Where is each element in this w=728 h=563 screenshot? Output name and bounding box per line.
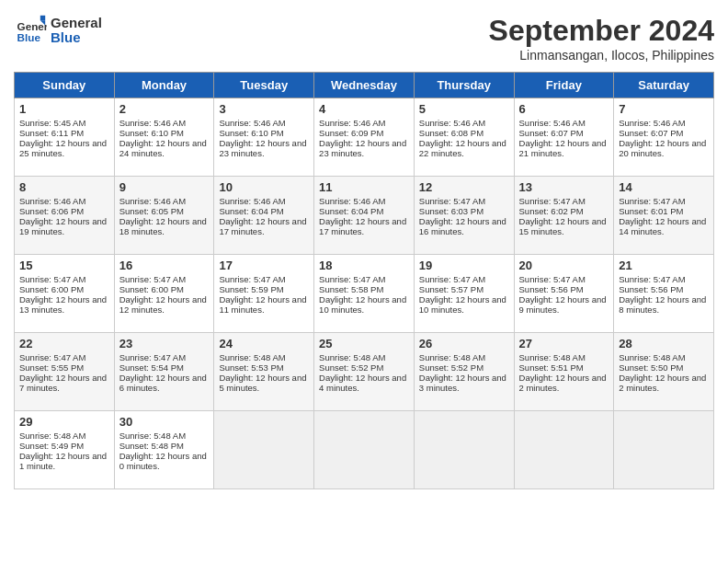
day-number: 26 [419,337,509,350]
col-friday: Friday [514,73,614,98]
day-number: 10 [219,180,309,194]
calendar-week-5: 29Sunrise: 5:48 AMSunset: 5:49 PMDayligh… [15,411,714,489]
sunset-text: Sunset: 5:56 PM [619,284,683,294]
daylight-text: Daylight: 12 hours and 24 minutes. [119,138,207,158]
sunrise-text: Sunrise: 5:46 AM [219,196,285,206]
daylight-text: Daylight: 12 hours and 6 minutes. [119,373,207,393]
sunrise-text: Sunrise: 5:47 AM [219,274,285,284]
sunset-text: Sunset: 6:11 PM [19,128,84,138]
sunrise-text: Sunrise: 5:45 AM [19,118,85,128]
day-number: 7 [619,102,709,116]
calendar-cell: 21Sunrise: 5:47 AMSunset: 5:56 PMDayligh… [614,255,714,333]
sunset-text: Sunset: 5:57 PM [419,284,483,294]
calendar-cell: 2Sunrise: 5:46 AMSunset: 6:10 PMDaylight… [114,98,214,177]
calendar-cell: 6Sunrise: 5:46 AMSunset: 6:07 PMDaylight… [514,98,614,177]
calendar-cell: 29Sunrise: 5:48 AMSunset: 5:49 PMDayligh… [15,411,115,489]
sunset-text: Sunset: 6:05 PM [119,206,184,216]
calendar-cell: 23Sunrise: 5:47 AMSunset: 5:54 PMDayligh… [114,333,214,411]
daylight-text: Daylight: 12 hours and 16 minutes. [419,216,506,236]
daylight-text: Daylight: 12 hours and 25 minutes. [19,138,107,158]
calendar-cell: 24Sunrise: 5:48 AMSunset: 5:53 PMDayligh… [214,333,314,411]
daylight-text: Daylight: 12 hours and 0 minutes. [119,451,207,471]
day-number: 12 [419,180,509,194]
sunset-text: Sunset: 5:56 PM [519,284,584,294]
daylight-text: Daylight: 12 hours and 22 minutes. [419,138,506,158]
header-row: Sunday Monday Tuesday Wednesday Thursday… [15,73,714,98]
daylight-text: Daylight: 12 hours and 2 minutes. [619,373,706,393]
daylight-text: Daylight: 12 hours and 14 minutes. [619,216,706,236]
logo-icon: General Blue [14,14,47,47]
sunrise-text: Sunrise: 5:47 AM [619,196,685,206]
sunrise-text: Sunrise: 5:47 AM [119,274,186,284]
day-number: 21 [619,259,709,272]
sunset-text: Sunset: 5:52 PM [419,362,483,373]
daylight-text: Daylight: 12 hours and 5 minutes. [219,373,306,393]
sunrise-text: Sunrise: 5:46 AM [519,118,586,128]
sunrise-text: Sunrise: 5:48 AM [319,352,385,362]
col-saturday: Saturday [614,73,714,98]
daylight-text: Daylight: 12 hours and 17 minutes. [219,216,306,236]
day-number: 17 [219,259,309,272]
day-number: 2 [119,102,210,116]
day-number: 16 [119,259,210,272]
sunrise-text: Sunrise: 5:46 AM [319,118,385,128]
daylight-text: Daylight: 12 hours and 2 minutes. [519,373,607,393]
daylight-text: Daylight: 12 hours and 3 minutes. [419,373,506,393]
day-number: 23 [119,337,210,350]
daylight-text: Daylight: 12 hours and 12 minutes. [119,294,207,315]
col-thursday: Thursday [414,73,514,98]
sunrise-text: Sunrise: 5:48 AM [619,352,685,362]
day-number: 9 [119,180,210,194]
logo-blue: Blue [51,30,102,46]
sunset-text: Sunset: 6:03 PM [419,206,483,216]
daylight-text: Daylight: 12 hours and 13 minutes. [19,294,107,315]
sunset-text: Sunset: 6:00 PM [19,284,84,294]
sunrise-text: Sunrise: 5:48 AM [519,352,586,362]
sunset-text: Sunset: 6:06 PM [19,206,84,216]
calendar-week-4: 22Sunrise: 5:47 AMSunset: 5:55 PMDayligh… [15,333,714,411]
calendar-cell: 5Sunrise: 5:46 AMSunset: 6:08 PMDaylight… [414,98,514,177]
sunset-text: Sunset: 6:10 PM [219,128,283,138]
day-number: 24 [219,337,309,350]
calendar-cell: 14Sunrise: 5:47 AMSunset: 6:01 PMDayligh… [614,177,714,255]
day-number: 19 [419,259,509,272]
day-number: 22 [19,337,109,350]
daylight-text: Daylight: 12 hours and 23 minutes. [219,138,306,158]
calendar-cell: 18Sunrise: 5:47 AMSunset: 5:58 PMDayligh… [314,255,415,333]
sunrise-text: Sunrise: 5:48 AM [419,352,485,362]
sunrise-text: Sunrise: 5:46 AM [119,196,186,206]
daylight-text: Daylight: 12 hours and 8 minutes. [619,294,706,315]
daylight-text: Daylight: 12 hours and 9 minutes. [519,294,607,315]
sunrise-text: Sunrise: 5:46 AM [419,118,485,128]
calendar-cell [314,411,415,489]
calendar-cell: 26Sunrise: 5:48 AMSunset: 5:52 PMDayligh… [414,333,514,411]
sunrise-text: Sunrise: 5:47 AM [419,196,485,206]
daylight-text: Daylight: 12 hours and 20 minutes. [619,138,706,158]
calendar-cell: 17Sunrise: 5:47 AMSunset: 5:59 PMDayligh… [214,255,314,333]
daylight-text: Daylight: 12 hours and 18 minutes. [119,216,207,236]
day-number: 28 [619,337,709,350]
day-number: 4 [319,102,409,116]
sunrise-text: Sunrise: 5:48 AM [119,431,186,441]
day-number: 13 [519,180,609,194]
sunrise-text: Sunrise: 5:48 AM [219,352,285,362]
day-number: 11 [319,180,409,194]
calendar-cell: 27Sunrise: 5:48 AMSunset: 5:51 PMDayligh… [514,333,614,411]
sunset-text: Sunset: 6:01 PM [619,206,683,216]
day-number: 18 [319,259,409,272]
day-number: 3 [219,102,309,116]
sunset-text: Sunset: 6:07 PM [519,128,584,138]
daylight-text: Daylight: 12 hours and 10 minutes. [419,294,506,315]
calendar-cell: 3Sunrise: 5:46 AMSunset: 6:10 PMDaylight… [214,98,314,177]
day-number: 25 [319,337,409,350]
calendar-cell: 15Sunrise: 5:47 AMSunset: 6:00 PMDayligh… [15,255,115,333]
day-number: 6 [519,102,609,116]
header: General Blue General Blue September 2024… [14,14,714,63]
day-number: 1 [19,102,109,116]
sunrise-text: Sunrise: 5:46 AM [19,196,85,206]
sunset-text: Sunset: 6:10 PM [119,128,184,138]
daylight-text: Daylight: 12 hours and 17 minutes. [319,216,406,236]
sunrise-text: Sunrise: 5:47 AM [419,274,485,284]
calendar-week-1: 1Sunrise: 5:45 AMSunset: 6:11 PMDaylight… [15,98,714,177]
calendar-cell: 7Sunrise: 5:46 AMSunset: 6:07 PMDaylight… [614,98,714,177]
